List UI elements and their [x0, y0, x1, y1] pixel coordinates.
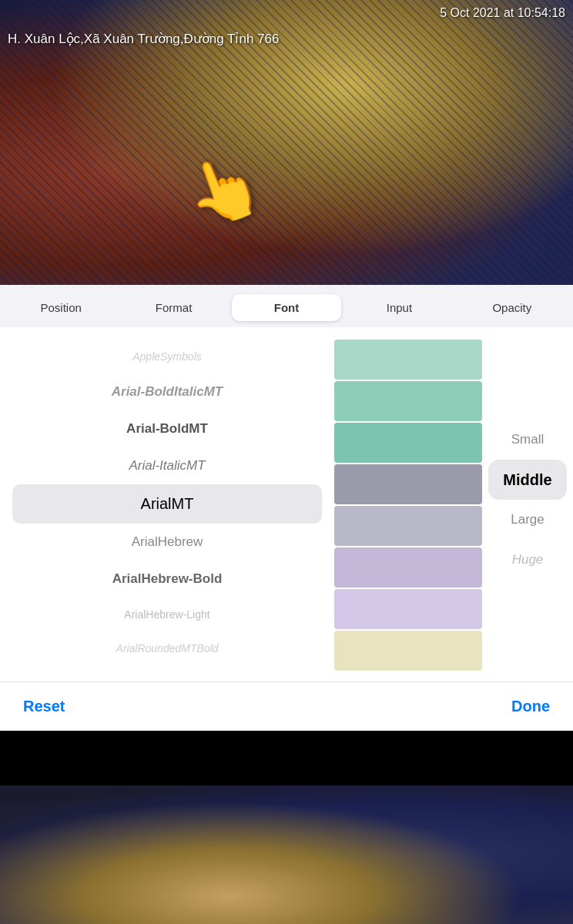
- top-photo: 5 Oct 2021 at 10:54:18 H. Xuân Lộc,Xã Xu…: [0, 0, 573, 285]
- size-small[interactable]: Small: [488, 420, 567, 460]
- swatch-1[interactable]: [334, 381, 482, 421]
- size-middle[interactable]: Middle: [488, 460, 567, 500]
- font-content: AppleSymbols Arial-BoldItalicMT Arial-Bo…: [0, 327, 573, 681]
- size-column: Small Middle Large Huge: [488, 340, 573, 681]
- swatch-3[interactable]: [334, 464, 482, 504]
- font-list: AppleSymbols Arial-BoldItalicMT Arial-Bo…: [0, 340, 334, 681]
- swatch-column: [334, 340, 488, 681]
- tab-opacity[interactable]: Opacity: [457, 294, 567, 321]
- tab-format[interactable]: Format: [119, 294, 228, 321]
- swatch-5[interactable]: [334, 547, 482, 588]
- font-item-arialhebrew-light[interactable]: ArialHebrew-Light: [12, 598, 322, 631]
- tab-bar: Position Format Font Input Opacity: [0, 285, 573, 327]
- font-item-arialhebrew-bold[interactable]: ArialHebrew-Bold: [12, 561, 322, 598]
- font-item-arialhebrew[interactable]: ArialHebrew: [12, 524, 322, 561]
- swatch-4[interactable]: [334, 506, 482, 546]
- tab-position[interactable]: Position: [6, 294, 116, 321]
- swatch-2[interactable]: [334, 423, 482, 463]
- font-item-arialrounded[interactable]: ArialRoundedMTBold: [12, 631, 322, 665]
- swatch-0[interactable]: [334, 340, 482, 380]
- font-panel: Position Format Font Input Opacity Apple…: [0, 285, 573, 731]
- tab-font[interactable]: Font: [232, 294, 341, 321]
- bottom-photo: [0, 785, 573, 924]
- font-item-arial-bolditalic[interactable]: Arial-BoldItalicMT: [12, 373, 322, 410]
- swatch-6[interactable]: [334, 589, 482, 629]
- location-text: H. Xuân Lộc,Xã Xuân Trường,Đường Tỉnh 76…: [0, 31, 573, 47]
- tab-input[interactable]: Input: [344, 294, 454, 321]
- size-huge[interactable]: Huge: [488, 540, 567, 580]
- font-item-arial[interactable]: ArialMT: [12, 484, 322, 524]
- font-item-applesymbols[interactable]: AppleSymbols: [12, 340, 322, 373]
- bottom-actions: Reset Done: [0, 682, 573, 731]
- done-button[interactable]: Done: [511, 698, 550, 715]
- font-item-arial-italic[interactable]: Arial-ItalicMT: [12, 447, 322, 484]
- size-large[interactable]: Large: [488, 500, 567, 540]
- swatch-7[interactable]: [334, 631, 482, 671]
- reset-button[interactable]: Reset: [23, 698, 65, 715]
- font-item-arial-bold[interactable]: Arial-BoldMT: [12, 410, 322, 447]
- timestamp: 5 Oct 2021 at 10:54:18: [440, 6, 565, 20]
